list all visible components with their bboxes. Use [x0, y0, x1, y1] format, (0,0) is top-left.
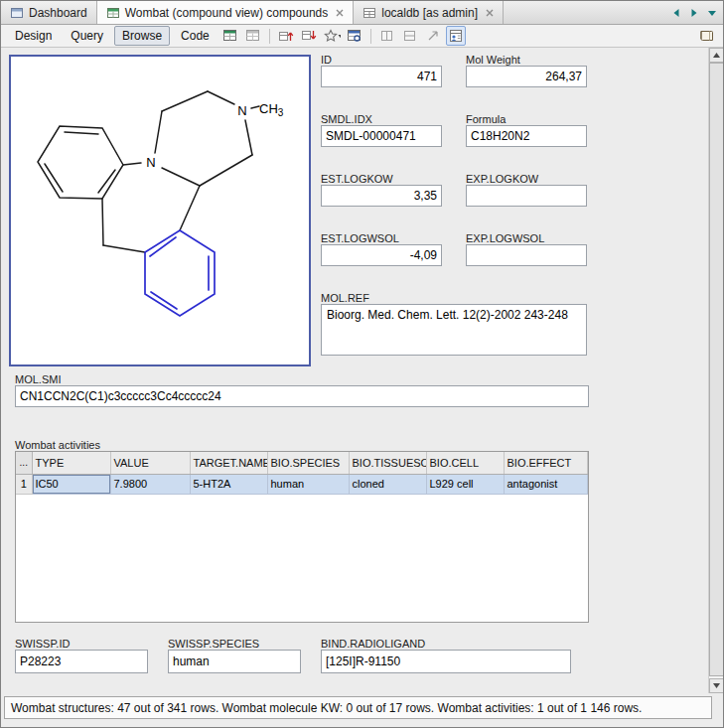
est-logkow-label: EST.LOGKOW: [321, 173, 393, 185]
column-header-type[interactable]: TYPE: [32, 452, 110, 474]
close-icon[interactable]: [336, 9, 344, 17]
atom-label-n2: N: [237, 103, 246, 118]
column-header-target-name[interactable]: TARGET.NAME: [190, 452, 267, 474]
row-number[interactable]: 1: [16, 474, 32, 494]
cell-bio-tissuesource[interactable]: cloned: [349, 474, 426, 494]
split-view-horizontal-icon[interactable]: [377, 26, 397, 46]
id-field[interactable]: [321, 66, 442, 87]
bind-radioligand-field[interactable]: [321, 650, 571, 673]
structure-canvas[interactable]: N N CH3: [9, 55, 311, 366]
exp-logwsol-label: EXP.LOGWSOL: [466, 232, 544, 244]
exp-logkow-field[interactable]: [466, 185, 587, 207]
cell-bio-cell[interactable]: L929 cell: [426, 474, 504, 494]
mol-ref-field[interactable]: Bioorg. Med. Chem. Lett. 12(2)-2002 243-…: [321, 304, 587, 356]
atom-label-methyl: CH3: [259, 101, 284, 118]
column-header-bio-tissuesource[interactable]: BIO.TISSUESOU: [349, 452, 426, 474]
tab-dashboard[interactable]: Dashboard: [1, 1, 97, 24]
column-header-value[interactable]: VALUE: [110, 452, 190, 474]
est-logwsol-field[interactable]: [321, 244, 442, 266]
bind-radioligand-label: BIND.RADIOLIGAND: [321, 638, 425, 650]
menu-browse[interactable]: Browse: [114, 26, 170, 46]
smdl-idx-label: SMDL.IDX: [321, 113, 372, 125]
tab-bar: Dashboard Wombat (compound view) compoun…: [1, 1, 723, 25]
activities-label: Wombat activities: [15, 439, 100, 451]
cell-type[interactable]: IC50: [32, 474, 110, 494]
exp-logkow-label: EXP.LOGKOW: [466, 173, 538, 185]
tab-controls: [668, 1, 723, 24]
column-header-bio-effect[interactable]: BIO.EFFECT: [504, 452, 588, 474]
split-view-vertical-icon[interactable]: [400, 26, 420, 46]
table-search-icon[interactable]: [345, 26, 364, 46]
scrollbar-thumb[interactable]: [709, 63, 724, 676]
application-window: Dashboard Wombat (compound view) compoun…: [0, 0, 724, 728]
swissp-species-label: SWISSP.SPECIES: [168, 638, 259, 650]
scroll-down-icon[interactable]: [709, 678, 724, 693]
sort-descending-icon[interactable]: [299, 26, 319, 46]
cell-target-name[interactable]: 5-HT2A: [190, 474, 267, 494]
grid-view-icon: [106, 6, 120, 20]
database-icon: [362, 6, 376, 20]
mol-weight-field[interactable]: [466, 66, 587, 87]
status-bar: Wombat structures: 47 out of 341 rows. W…: [4, 696, 712, 719]
toolbar-separator: [370, 29, 371, 44]
library-icon[interactable]: [697, 26, 717, 46]
formula-field[interactable]: [466, 125, 587, 147]
scroll-left-icon[interactable]: [668, 5, 684, 21]
favorites-icon[interactable]: [322, 26, 342, 46]
cell-bio-effect[interactable]: antagonist: [504, 474, 588, 494]
grid-view-icon[interactable]: [243, 26, 263, 46]
menu-design[interactable]: Design: [7, 26, 60, 46]
table-row[interactable]: 1 IC50 7.9800 5-HT2A human cloned L929 c…: [16, 474, 588, 494]
cell-value[interactable]: 7.9800: [110, 474, 190, 494]
mol-smi-label: MOL.SMI: [15, 373, 61, 385]
molecule-drawing: N N CH3: [11, 57, 309, 364]
mol-smi-field[interactable]: [15, 385, 589, 407]
tab-wombat-compounds[interactable]: Wombat (compound view) compounds: [97, 1, 355, 24]
tab-label: Wombat (compound view) compounds: [125, 6, 329, 20]
id-label: ID: [321, 54, 332, 66]
scroll-up-icon[interactable]: [709, 48, 724, 63]
menu-query[interactable]: Query: [63, 26, 111, 46]
tab-localdb[interactable]: localdb [as admin]: [354, 1, 504, 24]
table-header-row: ... TYPE VALUE TARGET.NAME BIO.SPECIES B…: [16, 452, 588, 474]
new-grid-view-icon[interactable]: [220, 26, 240, 46]
toolbar-separator: [269, 29, 270, 44]
detach-view-icon[interactable]: [423, 26, 443, 46]
swissp-id-field[interactable]: [15, 650, 148, 673]
tab-list-icon[interactable]: [704, 5, 720, 21]
activities-table: ... TYPE VALUE TARGET.NAME BIO.SPECIES B…: [15, 451, 589, 623]
est-logwsol-label: EST.LOGWSOL: [321, 232, 399, 244]
close-icon[interactable]: [486, 9, 494, 17]
tab-label: Dashboard: [29, 6, 87, 20]
column-header-bio-species[interactable]: BIO.SPECIES: [267, 452, 349, 474]
dashboard-icon: [10, 6, 24, 20]
column-header-bio-cell[interactable]: BIO.CELL: [426, 452, 504, 474]
tab-label: localdb [as admin]: [381, 6, 478, 20]
vertical-scrollbar[interactable]: [708, 48, 724, 693]
mol-ref-label: MOL.REF: [321, 292, 369, 304]
swissp-id-label: SWISSP.ID: [15, 638, 70, 650]
status-text: Wombat structures: 47 out of 341 rows. W…: [11, 701, 642, 715]
mol-weight-label: Mol Weight: [466, 54, 520, 66]
toolbar: Design Query Browse Code: [1, 25, 723, 48]
table-corner-button[interactable]: ...: [16, 452, 32, 474]
form-view-icon[interactable]: [446, 26, 466, 46]
sort-ascending-icon[interactable]: [276, 26, 296, 46]
est-logkow-field[interactable]: [321, 185, 442, 207]
scroll-right-icon[interactable]: [686, 5, 702, 21]
exp-logwsol-field[interactable]: [466, 244, 587, 266]
smdl-idx-field[interactable]: [321, 125, 442, 147]
atom-label-n1: N: [146, 155, 155, 170]
formula-label: Formula: [466, 113, 506, 125]
menu-code[interactable]: Code: [173, 26, 217, 46]
cell-bio-species[interactable]: human: [267, 474, 349, 494]
swissp-species-field[interactable]: [168, 650, 301, 673]
